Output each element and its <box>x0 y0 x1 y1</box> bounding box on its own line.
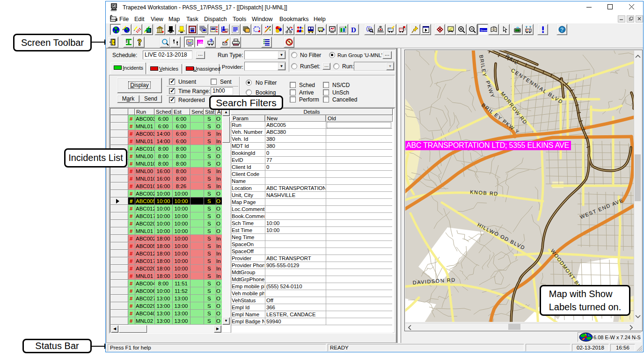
svg-text:?: ? <box>560 27 564 33</box>
svg-text:Label: Label <box>198 41 204 44</box>
svg-text:Street: Street <box>480 29 487 32</box>
svg-text:D: D <box>351 26 356 34</box>
svg-text:?: ? <box>210 38 213 44</box>
svg-text:ABC TRANSPORTATION LTD; 5355 E: ABC TRANSPORTATION LTD; 5355 ELKINS AVE <box>406 141 569 149</box>
